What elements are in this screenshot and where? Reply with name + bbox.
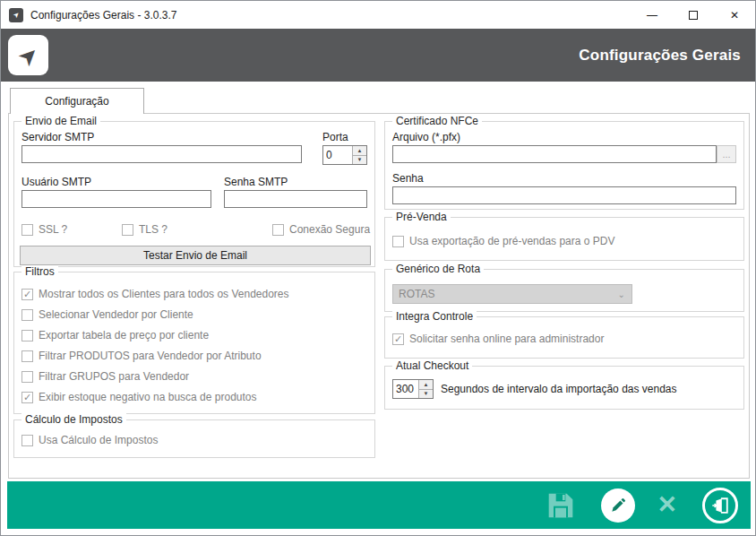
window-title: Configurações Gerais - 3.0.3.7 <box>30 9 176 22</box>
filter-checkbox-label: Mostrar todos os Clientes para todos os … <box>39 288 289 300</box>
edit-button[interactable] <box>601 488 635 523</box>
filter-checkbox[interactable] <box>21 371 33 383</box>
filter-checkbox-row[interactable]: Mostrar todos os Clientes para todos os … <box>21 287 289 301</box>
taxes-checkbox-row[interactable]: Usa Cálculo de Impostos <box>21 433 158 447</box>
groupbox-generico-rota: Genérico de Rota ROTAS ⌄ <box>384 269 744 312</box>
exit-door-icon <box>710 496 730 515</box>
smtp-user-label: Usuário SMTP <box>21 176 91 188</box>
app-window: ➤ Configurações Gerais - 3.0.3.7 — ✕ ➤ C… <box>0 0 756 536</box>
titlebar: ➤ Configurações Gerais - 3.0.3.7 — ✕ <box>1 1 755 29</box>
filter-checkbox[interactable] <box>21 289 33 300</box>
port-label: Porta <box>322 131 348 143</box>
ssl-checkbox-row[interactable]: SSL ? <box>21 222 67 237</box>
filter-checkbox-row[interactable]: Filtrar GRUPOS para Vendedor <box>21 369 189 384</box>
groupbox-filtros: Filtros Mostrar todos os Clientes para t… <box>13 272 375 414</box>
taxes-checkbox-label: Usa Cálculo de Impostos <box>39 434 158 446</box>
app-logo: ➤ <box>8 35 48 75</box>
port-spin-down[interactable]: ▼ <box>353 155 366 165</box>
certificate-password-label: Senha <box>392 172 424 185</box>
maximize-button[interactable] <box>673 1 714 29</box>
save-icon <box>546 491 575 520</box>
presale-checkbox-row[interactable]: Usa exportação de pré-vendas para o PDV <box>392 234 614 248</box>
header: ➤ Configurações Gerais <box>1 29 755 82</box>
filter-checkbox[interactable] <box>21 392 33 403</box>
filter-checkbox[interactable] <box>21 330 33 341</box>
app-icon: ➤ <box>9 8 23 22</box>
groupbox-title: Pré-Venda <box>392 211 451 223</box>
checkout-spin-buttons: ▲ ▼ <box>418 380 433 398</box>
groupbox-title: Atual Checkout <box>392 359 472 372</box>
tls-checkbox-label: TLS ? <box>139 223 168 236</box>
test-email-button[interactable]: Testar Envio de Email <box>20 246 371 265</box>
smtp-password-input[interactable] <box>224 190 367 208</box>
groupbox-title: Genérico de Rota <box>392 263 484 275</box>
port-input[interactable] <box>323 146 352 164</box>
groupbox-certificado-nfce: Certificado NFCe Arquivo (*.pfx) ... Sen… <box>384 121 744 210</box>
logo-arrow-icon: ➤ <box>12 39 45 73</box>
groupbox-title: Envio de Email <box>21 115 100 127</box>
checkout-interval-input[interactable] <box>393 380 418 398</box>
presale-checkbox[interactable] <box>392 236 404 247</box>
edit-pencil-icon <box>609 497 627 514</box>
groupbox-title: Certificado NFCe <box>392 115 482 127</box>
checkout-spin-up[interactable]: ▲ <box>419 380 433 389</box>
tls-checkbox-row[interactable]: TLS ? <box>122 222 168 237</box>
groupbox-pre-venda: Pré-Venda Usa exportação de pré-vendas p… <box>384 217 744 261</box>
filter-checkbox-label: Exibir estoque negativo na busca de prod… <box>39 391 257 403</box>
secure-connection-checkbox-row[interactable]: Conexão Segura <box>272 222 370 237</box>
minimize-button[interactable]: — <box>631 1 673 29</box>
exit-button[interactable] <box>702 488 738 523</box>
integra-checkbox-row[interactable]: Solicitar senha online para administrado… <box>392 332 604 346</box>
groupbox-envio-email: Envio de Email Servidor SMTP Porta ▲ ▼ U… <box>13 121 375 267</box>
filter-checkbox-row[interactable]: Filtrar PRODUTOS para Vendedor por Atrib… <box>21 349 262 363</box>
smtp-user-input[interactable] <box>21 190 211 208</box>
checkout-interval-label: Segundos de intervalo da importação das … <box>441 383 677 395</box>
page-title: Configurações Gerais <box>579 47 741 65</box>
maximize-icon <box>689 11 698 20</box>
app-icon-glyph: ➤ <box>11 10 21 20</box>
groupbox-title: Filtros <box>21 265 58 278</box>
integra-checkbox-label: Solicitar senha online para administrado… <box>409 333 604 345</box>
filter-checkbox-label: Filtrar PRODUTOS para Vendedor por Atrib… <box>39 350 262 362</box>
filter-checkbox[interactable] <box>21 350 33 362</box>
smtp-password-label: Senha SMTP <box>224 176 288 188</box>
port-spin-up[interactable]: ▲ <box>353 146 366 155</box>
filter-checkbox[interactable] <box>21 309 33 321</box>
footer-toolbar: ✕ <box>7 481 751 529</box>
certificate-file-input[interactable] <box>392 145 717 163</box>
filter-checkbox-label: Exportar tabela de preço por cliente <box>39 329 209 341</box>
groupbox-title: Integra Controle <box>392 310 477 323</box>
checkout-interval-spinner[interactable]: ▲ ▼ <box>392 379 434 399</box>
groupbox-integra-controle: Integra Controle Solicitar senha online … <box>384 316 744 359</box>
tab-configuracao[interactable]: Configuração <box>10 88 144 114</box>
presale-checkbox-label: Usa exportação de pré-vendas para o PDV <box>409 235 614 247</box>
cancel-button[interactable]: ✕ <box>657 493 677 517</box>
port-spinner[interactable]: ▲ ▼ <box>322 145 367 165</box>
certificate-password-input[interactable] <box>392 186 736 204</box>
chevron-down-icon: ⌄ <box>618 290 625 299</box>
window-controls: — ✕ <box>631 1 755 29</box>
filter-checkbox-row[interactable]: Exibir estoque negativo na busca de prod… <box>21 390 257 404</box>
filter-checkbox-label: Selecionar Vendedor por Cliente <box>39 308 193 321</box>
route-dropdown[interactable]: ROTAS ⌄ <box>392 284 632 304</box>
filter-checkbox-label: Filtrar GRUPOS para Vendedor <box>39 370 189 383</box>
integra-checkbox[interactable] <box>392 333 404 345</box>
checkout-spin-down[interactable]: ▼ <box>419 389 433 399</box>
filter-checkbox-row[interactable]: Exportar tabela de preço por cliente <box>21 328 209 342</box>
secure-connection-checkbox-label: Conexão Segura <box>289 223 370 236</box>
certificate-browse-button[interactable]: ... <box>717 145 736 163</box>
certificate-file-label: Arquivo (*.pfx) <box>392 131 460 143</box>
ssl-checkbox-label: SSL ? <box>39 223 67 236</box>
tls-checkbox[interactable] <box>122 224 133 236</box>
smtp-server-label: Servidor SMTP <box>21 131 94 143</box>
groupbox-calculo-impostos: Cálculo de Impostos Usa Cálculo de Impos… <box>13 419 375 458</box>
smtp-server-input[interactable] <box>21 145 302 163</box>
secure-connection-checkbox[interactable] <box>272 224 284 236</box>
groupbox-atual-checkout: Atual Checkout ▲ ▼ Segundos de intervalo… <box>384 366 744 410</box>
route-dropdown-value: ROTAS <box>399 288 434 300</box>
filter-checkbox-row[interactable]: Selecionar Vendedor por Cliente <box>21 307 193 322</box>
close-button[interactable]: ✕ <box>714 1 755 29</box>
taxes-checkbox[interactable] <box>21 435 33 446</box>
save-button[interactable] <box>546 490 576 521</box>
ssl-checkbox[interactable] <box>21 224 33 236</box>
